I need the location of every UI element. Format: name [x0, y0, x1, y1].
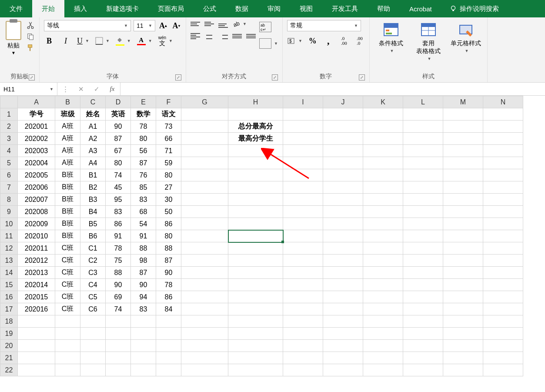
row-header-3[interactable]: 3: [0, 133, 18, 145]
cell-B11[interactable]: B班: [55, 230, 80, 242]
cell-M5[interactable]: [443, 157, 483, 169]
cell-B15[interactable]: C班: [55, 279, 80, 291]
cell-D14[interactable]: 88: [106, 267, 131, 279]
cell-J20[interactable]: [323, 340, 363, 352]
col-header-C[interactable]: C: [80, 96, 106, 108]
cell-N1[interactable]: [483, 108, 523, 121]
cell-E22[interactable]: [131, 364, 156, 376]
cell-A4[interactable]: 202003: [18, 145, 55, 157]
cell-K22[interactable]: [363, 364, 403, 376]
cell-C10[interactable]: B5: [80, 218, 106, 230]
cell-M3[interactable]: [443, 133, 483, 145]
cell-M13[interactable]: [443, 255, 483, 267]
cell-G22[interactable]: [181, 364, 228, 376]
cell-B4[interactable]: A班: [55, 145, 80, 157]
tab-视图[interactable]: 视图: [290, 0, 322, 17]
cell-C5[interactable]: A4: [80, 157, 106, 169]
cell-K21[interactable]: [363, 352, 403, 364]
cell-L14[interactable]: [403, 267, 443, 279]
cell-B21[interactable]: [55, 352, 80, 364]
row-header-7[interactable]: 7: [0, 181, 18, 194]
cell-G15[interactable]: [181, 279, 228, 291]
cell-G13[interactable]: [181, 255, 228, 267]
cell-N12[interactable]: [483, 242, 523, 255]
row-header-11[interactable]: 11: [0, 230, 18, 242]
tell-me-search[interactable]: 操作说明搜索: [441, 0, 507, 17]
cell-I17[interactable]: [283, 303, 323, 315]
cell-A17[interactable]: 202016: [18, 303, 55, 315]
cell-K20[interactable]: [363, 340, 403, 352]
cell-B19[interactable]: [55, 328, 80, 340]
tab-开发工具[interactable]: 开发工具: [322, 0, 368, 17]
cell-B3[interactable]: A班: [55, 133, 80, 145]
cell-D18[interactable]: [106, 315, 131, 328]
cell-H16[interactable]: [228, 291, 283, 303]
cell-D21[interactable]: [106, 352, 131, 364]
accounting-format-button[interactable]: $▼: [287, 37, 302, 45]
cell-B1[interactable]: 班级: [55, 108, 80, 121]
cell-D2[interactable]: 90: [106, 121, 131, 133]
cell-A3[interactable]: 202002: [18, 133, 55, 145]
cell-M17[interactable]: [443, 303, 483, 315]
cell-E20[interactable]: [131, 340, 156, 352]
cell-C20[interactable]: [80, 340, 106, 352]
cell-F18[interactable]: [156, 315, 181, 328]
cell-D19[interactable]: [106, 328, 131, 340]
cell-I18[interactable]: [283, 315, 323, 328]
cell-K4[interactable]: [363, 145, 403, 157]
cell-N4[interactable]: [483, 145, 523, 157]
cell-H12[interactable]: [228, 242, 283, 255]
cell-L6[interactable]: [403, 169, 443, 181]
cell-J22[interactable]: [323, 364, 363, 376]
cell-J7[interactable]: [323, 181, 363, 194]
cell-M9[interactable]: [443, 206, 483, 218]
tab-页面布局[interactable]: 页面布局: [148, 0, 194, 17]
cell-D15[interactable]: 90: [106, 279, 131, 291]
cell-M14[interactable]: [443, 267, 483, 279]
italic-button[interactable]: I: [60, 36, 71, 46]
row-header-12[interactable]: 12: [0, 242, 18, 255]
cell-E21[interactable]: [131, 352, 156, 364]
cell-L8[interactable]: [403, 194, 443, 206]
cell-K5[interactable]: [363, 157, 403, 169]
cell-N2[interactable]: [483, 121, 523, 133]
row-header-8[interactable]: 8: [0, 194, 18, 206]
cell-B6[interactable]: B班: [55, 169, 80, 181]
col-header-N[interactable]: N: [483, 96, 523, 108]
name-box[interactable]: H11▼: [0, 83, 57, 95]
col-header-E[interactable]: E: [131, 96, 156, 108]
cell-N16[interactable]: [483, 291, 523, 303]
cell-A6[interactable]: 202005: [18, 169, 55, 181]
row-header-18[interactable]: 18: [0, 315, 18, 328]
cell-D6[interactable]: 74: [106, 169, 131, 181]
col-header-L[interactable]: L: [403, 96, 443, 108]
cell-E15[interactable]: 90: [131, 279, 156, 291]
cell-A20[interactable]: [18, 340, 55, 352]
underline-button[interactable]: U▼: [77, 37, 89, 46]
phonetic-button[interactable]: wén文▼: [158, 36, 173, 46]
cell-I22[interactable]: [283, 364, 323, 376]
col-header-D[interactable]: D: [106, 96, 131, 108]
increase-indent-icon[interactable]: [246, 32, 256, 40]
cell-N7[interactable]: [483, 181, 523, 194]
merge-button[interactable]: ▼: [259, 38, 278, 49]
cell-K3[interactable]: [363, 133, 403, 145]
cell-D4[interactable]: 67: [106, 145, 131, 157]
cell-E6[interactable]: 76: [131, 169, 156, 181]
row-header-4[interactable]: 4: [0, 145, 18, 157]
cell-C16[interactable]: C5: [80, 291, 106, 303]
cell-G19[interactable]: [181, 328, 228, 340]
cell-H3[interactable]: 最高分学生: [228, 133, 283, 145]
col-header-G[interactable]: G: [181, 96, 228, 108]
cell-G6[interactable]: [181, 169, 228, 181]
cell-E13[interactable]: 98: [131, 255, 156, 267]
cell-J16[interactable]: [323, 291, 363, 303]
cell-G8[interactable]: [181, 194, 228, 206]
cell-N20[interactable]: [483, 340, 523, 352]
cell-C9[interactable]: B4: [80, 206, 106, 218]
cell-C4[interactable]: A3: [80, 145, 106, 157]
cell-I7[interactable]: [283, 181, 323, 194]
cell-H5[interactable]: [228, 157, 283, 169]
cell-G21[interactable]: [181, 352, 228, 364]
cell-G5[interactable]: [181, 157, 228, 169]
